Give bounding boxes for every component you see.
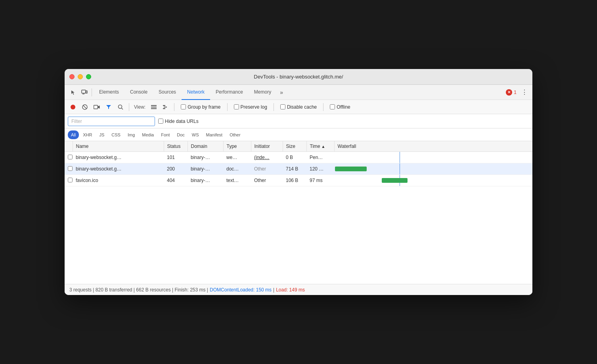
filter-button[interactable] xyxy=(103,102,114,112)
group-by-frame-checkbox[interactable] xyxy=(181,104,186,109)
tab-elements[interactable]: Elements xyxy=(94,85,124,100)
cell-initiator: Other xyxy=(251,175,283,186)
preserve-log-label[interactable]: Preserve log xyxy=(231,104,270,110)
toolbar-separator-4 xyxy=(274,103,274,111)
disable-cache-checkbox[interactable] xyxy=(280,104,285,109)
cell-time: Pen… xyxy=(306,152,334,163)
offline-label[interactable]: Offline xyxy=(327,104,353,110)
th-name[interactable]: Name xyxy=(73,141,164,152)
svg-point-3 xyxy=(71,105,75,109)
row-checkbox[interactable] xyxy=(68,155,73,159)
tabs-row: Elements Console Sources Network Perform… xyxy=(65,85,532,100)
svg-point-7 xyxy=(119,105,122,108)
network-table: Name Status Domain Type Initiator Size T… xyxy=(65,141,532,186)
filter-input[interactable] xyxy=(68,117,155,126)
tab-separator xyxy=(92,88,92,96)
svg-line-5 xyxy=(83,105,86,109)
search-button[interactable] xyxy=(115,102,126,112)
svg-rect-10 xyxy=(151,107,157,107)
cursor-icon[interactable] xyxy=(68,87,79,98)
window-title: DevTools - binary-websocket.glitch.me/ xyxy=(254,74,343,80)
waterfall-bar xyxy=(382,178,408,183)
type-filter-css[interactable]: CSS xyxy=(108,130,124,139)
minimize-button[interactable] xyxy=(78,74,83,79)
tab-network[interactable]: Network xyxy=(182,85,210,100)
tabs-right: ✕ 1 ⋮ xyxy=(506,87,529,98)
error-badge: ✕ 1 xyxy=(506,89,517,96)
cell-type: text… xyxy=(223,175,251,186)
th-size[interactable]: Size xyxy=(283,141,306,152)
cell-status: 101 xyxy=(164,152,188,163)
row-checkbox[interactable] xyxy=(68,166,73,171)
network-table-container: Name Status Domain Type Initiator Size T… xyxy=(65,141,532,284)
status-bar: 3 requests | 820 B transferred | 662 B r… xyxy=(65,284,532,295)
cell-status: 200 xyxy=(164,163,188,175)
table-row[interactable]: binary-websocket.g…200binary-…doc…Other7… xyxy=(65,163,532,175)
th-checkbox xyxy=(65,141,73,152)
list-view-button[interactable] xyxy=(149,102,159,112)
table-body: binary-websocket.g…101binary-…we…(inde…0… xyxy=(65,152,532,186)
th-time[interactable]: Time xyxy=(306,141,334,152)
type-filter-js[interactable]: JS xyxy=(96,130,107,139)
svg-rect-9 xyxy=(151,105,157,106)
type-filter-other[interactable]: Other xyxy=(226,130,244,139)
preserve-log-checkbox[interactable] xyxy=(234,104,239,109)
type-filter-img[interactable]: Img xyxy=(124,130,138,139)
type-filter-font[interactable]: Font xyxy=(158,130,173,139)
cell-status: 404 xyxy=(164,175,188,186)
cell-name: binary-websocket.g… xyxy=(73,163,164,175)
th-status[interactable]: Status xyxy=(164,141,188,152)
cell-name: binary-websocket.g… xyxy=(73,152,164,163)
toolbar-separator-3 xyxy=(227,103,228,111)
hide-data-urls-checkbox[interactable] xyxy=(158,119,163,124)
hide-data-urls-label[interactable]: Hide data URLs xyxy=(158,119,199,124)
svg-rect-0 xyxy=(82,90,86,93)
tab-more-button[interactable]: » xyxy=(277,85,286,100)
type-filter-all[interactable]: All xyxy=(68,130,79,139)
svg-rect-11 xyxy=(151,108,157,109)
cell-domain: binary-… xyxy=(188,163,223,175)
tree-view-button[interactable] xyxy=(161,102,171,112)
screenshot-button[interactable] xyxy=(92,102,102,112)
th-initiator[interactable]: Initiator xyxy=(251,141,283,152)
th-domain[interactable]: Domain xyxy=(188,141,223,152)
table-row[interactable]: favicon.ico404binary-…text…Other106 B97 … xyxy=(65,175,532,186)
record-button[interactable] xyxy=(68,102,78,112)
type-filter-doc[interactable]: Doc xyxy=(174,130,188,139)
status-load: Load: 149 ms xyxy=(276,287,305,293)
offline-checkbox[interactable] xyxy=(330,104,335,109)
cell-initiator: Other xyxy=(251,163,283,175)
type-filter-manifest[interactable]: Manifest xyxy=(203,130,226,139)
tab-performance[interactable]: Performance xyxy=(210,85,249,100)
disable-cache-label[interactable]: Disable cache xyxy=(277,104,320,110)
cell-waterfall xyxy=(334,175,532,186)
row-checkbox[interactable] xyxy=(68,178,73,182)
type-filter-ws[interactable]: WS xyxy=(189,130,202,139)
devtools-window: DevTools - binary-websocket.glitch.me/ E… xyxy=(65,69,532,295)
traffic-lights xyxy=(69,74,91,79)
device-icon[interactable] xyxy=(79,87,90,98)
waterfall-timeline-line xyxy=(400,152,400,163)
tab-console[interactable]: Console xyxy=(124,85,153,100)
maximize-button[interactable] xyxy=(86,74,91,79)
status-domcontent: DOMContentLoaded: 150 ms xyxy=(210,287,272,293)
close-button[interactable] xyxy=(69,74,75,79)
waterfall-timeline-line xyxy=(400,163,400,174)
tab-memory[interactable]: Memory xyxy=(249,85,277,100)
type-filter-media[interactable]: Media xyxy=(139,130,157,139)
clear-button[interactable] xyxy=(80,102,90,112)
svg-rect-6 xyxy=(94,105,98,109)
cell-domain: binary-… xyxy=(188,152,223,163)
cell-type: doc… xyxy=(223,163,251,175)
th-type[interactable]: Type xyxy=(223,141,251,152)
th-waterfall[interactable]: Waterfall xyxy=(334,141,532,152)
cell-size: 106 B xyxy=(283,175,306,186)
table-row[interactable]: binary-websocket.g…101binary-…we…(inde…0… xyxy=(65,152,532,163)
svg-rect-13 xyxy=(165,107,167,107)
tab-sources[interactable]: Sources xyxy=(153,85,182,100)
group-by-frame-label[interactable]: Group by frame xyxy=(178,104,224,110)
title-bar: DevTools - binary-websocket.glitch.me/ xyxy=(65,69,532,85)
svg-line-8 xyxy=(122,108,123,109)
type-filter-xhr[interactable]: XHR xyxy=(80,130,95,139)
kebab-menu-button[interactable]: ⋮ xyxy=(520,87,529,98)
